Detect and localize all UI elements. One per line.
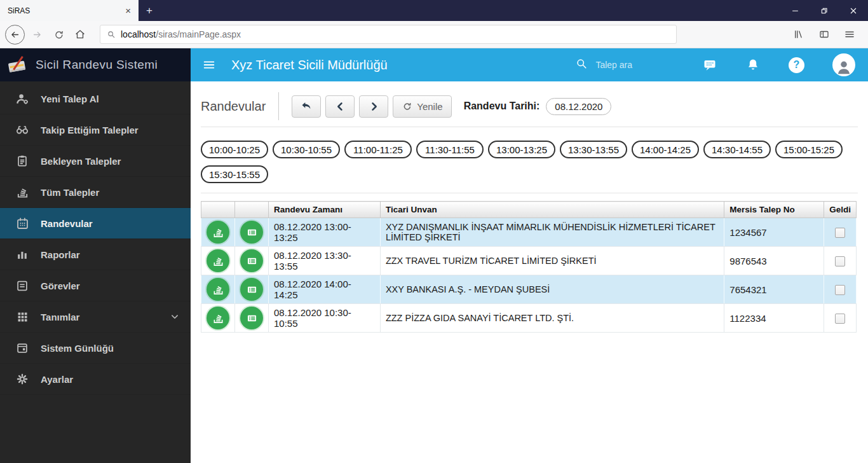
window-close-button[interactable] (839, 0, 868, 21)
help-icon[interactable]: ? (789, 57, 804, 73)
url-host: localhost (121, 29, 156, 39)
company-name: ZZX TRAVEL TURİZM TİCARET LİMİTED ŞİRKET… (380, 247, 724, 275)
time-slot-button[interactable]: 10:30-10:55 (273, 141, 340, 158)
content-area: Randevular Yenile Randevu Tarihi: 08.12.… (191, 81, 868, 463)
bar-chart-icon (14, 247, 31, 261)
geldi-checkbox[interactable] (835, 285, 845, 295)
window-restore-button[interactable] (810, 0, 839, 21)
table-row: 08.12.2020 14:00-14:25 XXY BANKASI A.Ş. … (201, 275, 857, 304)
details-action-button[interactable] (240, 249, 263, 272)
time-slot-button[interactable]: 15:00-15:25 (775, 141, 843, 158)
talep-search[interactable]: Talep ara (575, 57, 632, 73)
geldi-checkbox[interactable] (835, 256, 845, 266)
sidebar-item-label: Görevler (41, 280, 80, 291)
binoculars-icon (14, 122, 31, 137)
date-label: Randevu Tarihi: (464, 100, 540, 112)
sidebar: Sicil Randevu Sistemi Yeni Talep Al Taki… (0, 48, 191, 463)
search-placeholder: Talep ara (595, 60, 632, 70)
details-action-button[interactable] (240, 307, 263, 329)
time-slot-button[interactable]: 13:30-13:55 (560, 141, 627, 158)
sidebar-item-gorevler[interactable]: Görevler (0, 270, 191, 301)
table-row: 08.12.2020 10:30-10:55 ZZZ PİZZA GIDA SA… (201, 304, 857, 333)
url-path: /siras/mainPage.aspx (156, 29, 241, 39)
messages-icon[interactable] (702, 57, 717, 73)
sidebar-item-tanimlar[interactable]: Tanımlar (0, 301, 191, 333)
browser-menu-icon[interactable] (840, 25, 859, 44)
back-button[interactable] (5, 25, 25, 45)
clipboard-icon (14, 154, 31, 168)
time-slot-button[interactable]: 11:30-11:55 (416, 141, 484, 158)
previous-button[interactable] (325, 95, 355, 118)
menu-toggle-icon[interactable] (202, 58, 216, 72)
time-slot-button[interactable]: 10:00-10:25 (201, 141, 268, 158)
time-slot-button[interactable]: 11:00-11:25 (344, 141, 412, 158)
brand: Sicil Randevu Sistemi (0, 48, 191, 81)
stack-action-button[interactable] (207, 307, 229, 329)
window-minimize-button[interactable] (780, 0, 810, 21)
time-slot-list: 10:00-10:25 10:30-10:55 11:00-11:25 11:3… (201, 141, 858, 190)
user-avatar[interactable] (832, 53, 855, 76)
sidebar-item-ayarlar[interactable]: Ayarlar (0, 364, 191, 395)
sidebar-item-raporlar[interactable]: Raporlar (0, 239, 191, 270)
appointment-time: 08.12.2020 10:30-10:55 (269, 304, 381, 333)
url-search-icon (107, 30, 116, 39)
divider (201, 127, 858, 127)
time-slot-button[interactable]: 13:00-13:25 (488, 141, 555, 158)
home-button[interactable] (71, 25, 90, 44)
mersis-no: 7654321 (724, 275, 824, 304)
details-action-button[interactable] (240, 278, 263, 301)
toolbar-divider (278, 92, 279, 120)
mersis-no: 9876543 (724, 247, 824, 275)
table-row: 08.12.2020 13:00-13:25 XYZ DANIŞMANLIK İ… (201, 218, 857, 247)
sidebar-item-label: Yeni Talep Al (41, 93, 99, 104)
sidebar-item-yeni-talep-al[interactable]: Yeni Talep Al (0, 83, 191, 114)
appointment-time: 08.12.2020 14:00-14:25 (269, 275, 381, 304)
sidebar-toggle-icon[interactable] (815, 25, 834, 44)
geldi-checkbox[interactable] (835, 314, 845, 324)
details-action-button[interactable] (240, 221, 263, 244)
sidebar-item-bekleyen-talepler[interactable]: Bekleyen Talepler (0, 146, 191, 177)
refresh-button-label: Yenile (417, 101, 442, 112)
next-button[interactable] (359, 95, 388, 118)
library-icon[interactable] (789, 25, 808, 44)
stack-action-button[interactable] (207, 249, 229, 272)
sidebar-item-tum-talepler[interactable]: Tüm Talepler (0, 177, 191, 208)
col-geldi: Geldi (824, 202, 857, 218)
notifications-bell-icon[interactable] (745, 57, 761, 73)
stack-icon (14, 185, 31, 200)
mersis-no: 1234567 (724, 218, 824, 247)
sidebar-item-label: Randevular (41, 218, 93, 229)
tab-close-icon[interactable]: × (125, 5, 131, 16)
reload-button[interactable] (49, 25, 68, 44)
browser-navbar: localhost/siras/mainPage.aspx (0, 21, 868, 48)
undo-button[interactable] (292, 95, 321, 118)
sidebar-item-label: Raporlar (41, 249, 80, 260)
geldi-checkbox[interactable] (835, 228, 845, 238)
stack-action-button[interactable] (207, 278, 229, 301)
time-slot-button[interactable]: 14:30-14:55 (703, 141, 771, 158)
app-logo-icon (6, 55, 30, 75)
refresh-button[interactable]: Yenile (393, 95, 451, 118)
toolbar: Randevular Yenile Randevu Tarihi: 08.12.… (201, 92, 858, 120)
sidebar-item-randevular[interactable]: Randevular (0, 208, 191, 239)
grid-icon (14, 310, 31, 324)
table-header-row: Randevu Zamanı Ticari Unvan Mersis Talep… (201, 202, 857, 218)
time-slot-button[interactable]: 14:00-14:25 (632, 141, 699, 158)
company-name: XYZ DANIŞMANLIK İNŞAAT MİMARLIK MÜHENDİS… (380, 218, 724, 247)
window-controls (780, 0, 868, 21)
time-slot-button[interactable]: 15:30-15:55 (201, 165, 268, 183)
col-randevu-zamani: Randevu Zamanı (269, 202, 381, 218)
stack-action-button[interactable] (207, 221, 229, 244)
new-tab-button[interactable]: + (139, 0, 160, 21)
appointment-date-input[interactable]: 08.12.2020 (546, 98, 611, 115)
url-bar[interactable]: localhost/siras/mainPage.aspx (100, 25, 677, 44)
mersis-no: 1122334 (724, 304, 824, 333)
browser-tab[interactable]: SiRAS × (0, 0, 139, 21)
forward-button[interactable] (27, 25, 46, 44)
sidebar-item-takip-ettigim-talepler[interactable]: Takip Ettiğim Talepler (0, 114, 191, 146)
tasks-icon (14, 279, 31, 293)
sidebar-item-sistem-gunlugu[interactable]: Sistem Günlüğü (0, 333, 191, 364)
table-row: 08.12.2020 13:30-13:55 ZZX TRAVEL TURİZM… (201, 247, 857, 275)
user-gear-icon (14, 92, 31, 106)
chevron-down-icon (169, 311, 180, 322)
